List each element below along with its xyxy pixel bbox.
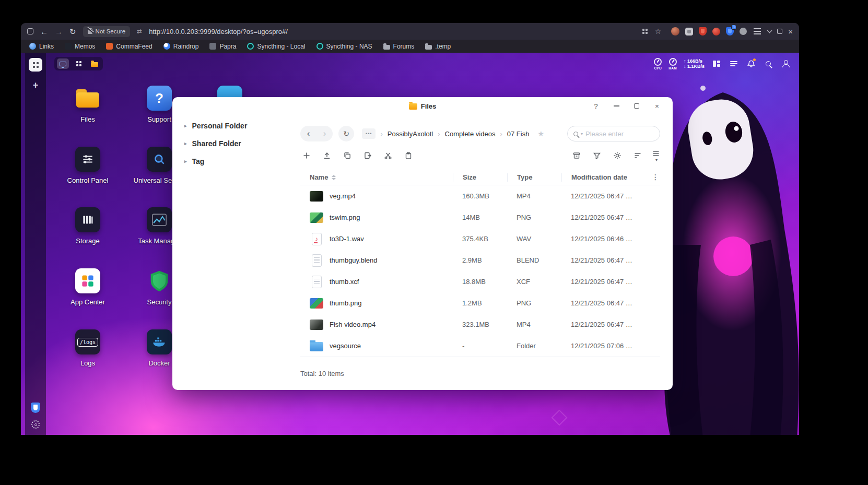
bookmark-temp[interactable]: .temp — [425, 43, 451, 50]
files-titlebar[interactable]: Files ? × — [172, 97, 673, 115]
app-launcher-icon[interactable] — [29, 58, 42, 72]
user-button[interactable] — [780, 58, 791, 69]
desktop-icon-files[interactable]: Files — [56, 86, 119, 123]
notifications-button[interactable] — [746, 58, 756, 69]
profile-avatar[interactable] — [671, 27, 679, 36]
extension-red-icon[interactable] — [712, 28, 720, 36]
table-header: Name Size Type Modification date ⋮ — [300, 170, 660, 185]
tab-overview-icon[interactable] — [27, 28, 33, 34]
upload-button[interactable] — [321, 149, 333, 162]
breadcrumb-item[interactable]: PossiblyAxolotl — [388, 130, 433, 138]
search-input[interactable] — [585, 130, 654, 138]
settings-gear-icon[interactable] — [31, 420, 40, 429]
bookmark-syncthing-nas[interactable]: Syncthing - NAS — [316, 43, 372, 50]
close-icon[interactable]: × — [788, 28, 793, 36]
header-type[interactable]: Type — [507, 173, 561, 182]
desktop-icon-app-center[interactable]: App Center — [56, 268, 119, 306]
extensions-grid-icon[interactable] — [642, 29, 648, 34]
header-date[interactable]: Modification date — [561, 173, 660, 182]
security-badge[interactable]: Not Secure — [83, 26, 131, 37]
bookmark-syncthing-local[interactable]: Syncthing - Local — [247, 43, 305, 50]
forward-icon[interactable]: → — [55, 28, 63, 36]
header-name[interactable]: Name — [300, 173, 453, 181]
ublock-icon[interactable] — [699, 27, 707, 36]
file-row[interactable]: thumbguy.blend 2.9MB BLEND 12/21/2025 06… — [300, 250, 660, 271]
file-row[interactable]: thumb.xcf 18.8MB XCF 12/21/2025 06:47 … — [300, 271, 660, 292]
header-size[interactable]: Size — [453, 173, 507, 182]
cut-button[interactable] — [382, 149, 394, 162]
copy-icon — [343, 151, 351, 160]
close-button[interactable]: × — [653, 102, 661, 110]
bookmark-memos[interactable]: Memos — [65, 43, 95, 50]
search-icon — [766, 61, 771, 66]
filter-button[interactable] — [591, 149, 603, 162]
file-row[interactable]: Fish video.mp4 323.1MB MP4 12/21/2025 06… — [300, 314, 660, 335]
file-date: 12/21/2025 06:47 … — [561, 321, 660, 328]
maximize-button[interactable] — [632, 102, 641, 110]
search-box[interactable]: ▾ — [567, 126, 660, 141]
sidebar-item-shared-folder[interactable]: ▸ Shared Folder — [172, 135, 290, 152]
view-settings-button[interactable] — [611, 149, 624, 162]
bookmark-raindrop[interactable]: Raindrop — [163, 43, 199, 50]
view-mode-button[interactable]: ▾ — [652, 149, 660, 162]
breadcrumb-item-current[interactable]: 07 Fish — [507, 130, 530, 138]
task-queue-button[interactable] — [729, 58, 739, 69]
file-row[interactable]: tswim.png 14MB PNG 12/21/2025 06:47 … — [300, 207, 660, 228]
cpu-gauge[interactable]: CPU — [654, 58, 662, 70]
desktop-icon-control-panel[interactable]: Control Panel — [56, 147, 119, 184]
menu-icon[interactable] — [754, 31, 761, 32]
file-row[interactable]: vegsource - Folder 12/21/2025 07:06 … — [300, 335, 660, 357]
move-button[interactable] — [361, 149, 374, 162]
permissions-icon[interactable]: ⇄ — [137, 28, 142, 35]
sidebar-item-tag[interactable]: ▸ Tag — [172, 152, 290, 170]
column-menu-icon[interactable]: ⋮ — [652, 173, 659, 181]
reload-icon[interactable]: ↻ — [69, 28, 76, 36]
help-button[interactable]: ? — [592, 102, 600, 110]
widgets-button[interactable] — [711, 58, 722, 69]
bookmark-papra[interactable]: Papra — [209, 43, 236, 50]
bookmark-forums[interactable]: Forums — [383, 43, 415, 50]
refresh-button[interactable]: ↻ — [338, 126, 354, 141]
forward-button[interactable]: › — [316, 126, 333, 141]
desktop-icon-storage[interactable]: Storage — [56, 207, 119, 245]
files-task-button[interactable] — [88, 58, 100, 69]
breadcrumb-overflow[interactable]: ••• — [362, 128, 376, 139]
sidebar-item-personal-folder[interactable]: ▸ Personal Folder — [172, 117, 290, 135]
app-grid-button[interactable] — [73, 58, 85, 69]
bookmark-links[interactable]: Links — [29, 43, 54, 50]
url-text[interactable]: http://10.0.0.203:9999/desktop/?os=ugosp… — [149, 28, 636, 36]
file-date: 12/21/2025 06:47 … — [561, 278, 660, 286]
shield-icon — [147, 268, 171, 293]
breadcrumb-item[interactable]: Complete videos — [445, 130, 496, 138]
file-row[interactable]: veg.mp4 160.3MB MP4 12/21/2025 06:47 … — [300, 185, 660, 207]
desktop-icon-logs[interactable]: /logs Logs — [56, 329, 119, 367]
search-scope-caret-icon[interactable]: ▾ — [581, 132, 583, 136]
ram-gauge[interactable]: RAM — [668, 58, 677, 70]
favorite-star-icon[interactable]: ★ — [537, 129, 544, 138]
add-app-icon[interactable]: + — [33, 80, 39, 91]
new-button[interactable] — [300, 149, 313, 162]
paste-button[interactable] — [402, 149, 415, 162]
back-icon[interactable]: ← — [40, 28, 48, 36]
disks-icon — [81, 213, 95, 227]
document-file-icon — [312, 254, 322, 267]
search-button[interactable] — [763, 58, 773, 69]
archive-button[interactable] — [570, 149, 583, 162]
desktop-view-button[interactable] — [57, 58, 69, 69]
sort-carets-icon[interactable] — [332, 175, 336, 180]
file-row[interactable]: ♪to3D-1.wav 375.4KB WAV 12/21/2025 06:46… — [300, 228, 660, 250]
minimize-chevron-icon[interactable] — [767, 28, 772, 33]
extension-gray-icon[interactable] — [740, 28, 747, 35]
sort-button[interactable] — [631, 149, 644, 162]
bookmark-star-icon[interactable]: ☆ — [655, 27, 662, 36]
sidebar-item-label: Shared Folder — [192, 139, 241, 148]
password-manager-icon[interactable]: 1 — [726, 27, 734, 36]
extension-icon[interactable] — [685, 28, 693, 36]
bookmark-commafeed[interactable]: CommaFeed — [106, 43, 152, 50]
security-shield-icon[interactable] — [31, 403, 40, 413]
file-row[interactable]: thumb.png 1.2MB PNG 12/21/2025 06:47 … — [300, 292, 660, 314]
maximize-icon[interactable] — [777, 29, 782, 34]
minimize-button[interactable] — [612, 102, 620, 110]
copy-button[interactable] — [341, 149, 354, 162]
back-button[interactable]: ‹ — [300, 126, 316, 141]
